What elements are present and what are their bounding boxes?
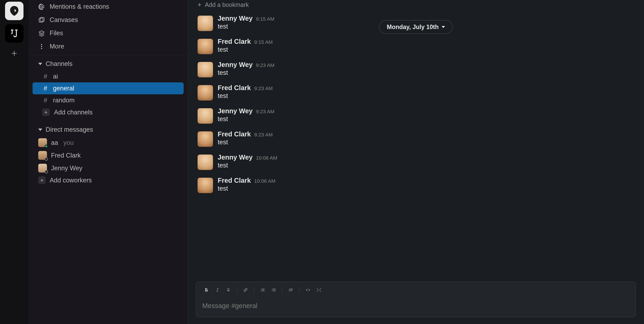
code-block-icon [316,287,322,292]
channel-label: random [53,97,75,104]
toolbar-separator [282,286,282,293]
message-text: test [218,69,274,76]
avatar [198,108,213,124]
message-author[interactable]: Jenny Wey [218,154,252,161]
message-time: 9:23 AM [256,109,274,114]
channels-section-header[interactable]: Channels [28,57,188,71]
files-icon [38,30,45,37]
message[interactable]: Jenny Wey10:06 AMtest [198,150,644,173]
message-author[interactable]: Fred Clark [218,177,251,184]
message-text: test [218,162,277,169]
message-composer[interactable]: Message #general [196,281,636,317]
ordered-list-button[interactable] [258,285,268,295]
message[interactable]: Jenny Wey9:23 AMtest [198,58,644,81]
message-text: test [218,115,274,123]
more-label: More [50,43,64,50]
mentions-reactions-link[interactable]: Mentions & reactions [28,0,188,13]
svg-point-7 [272,291,272,291]
message-time: 9:23 AM [254,132,273,138]
avatar [198,155,213,170]
message-time: 10:06 AM [256,155,277,161]
workspace-2-button[interactable] [5,24,24,43]
message[interactable]: Fred Clark9:23 AMtest [198,81,644,104]
bold-button[interactable] [201,285,211,295]
message[interactable]: Jenny Wey9:23 AMtest [198,104,644,127]
add-bookmark-button[interactable]: + Add a bookmark [188,0,644,11]
message[interactable]: Fred Clark9:23 AMtest [198,127,644,150]
message-text: test [218,139,273,146]
canvases-link[interactable]: Canvases [28,13,188,27]
main-panel: + Add a bookmark Monday, July 10th Jenny… [188,0,644,324]
avatar [38,151,47,160]
message-header: Jenny Wey9:23 AM [218,107,274,115]
dm-jenny-wey[interactable]: Jenny Wey [28,162,188,174]
message-author[interactable]: Jenny Wey [218,15,252,22]
channel-random[interactable]: #random [32,94,184,106]
files-link[interactable]: Files [28,27,188,40]
code-icon [306,287,310,292]
sidebar: Mentions & reactions Canvases Files More… [28,0,188,324]
svg-point-4 [41,48,42,49]
message[interactable]: Fred Clark10:06 AMtest [198,173,644,196]
link-button[interactable] [240,285,250,295]
message-body: Jenny Wey9:23 AMtest [218,107,274,124]
message-author[interactable]: Fred Clark [218,84,251,92]
dms-header-label: Direct messages [46,126,93,133]
format-toolbar [196,282,636,298]
workspace-1-button[interactable] [5,2,24,20]
svg-point-2 [41,44,42,45]
message-text: test [218,23,274,30]
add-coworkers-button[interactable]: + Add coworkers [28,174,188,186]
message-author[interactable]: Fred Clark [218,38,251,45]
dm-label: aa [51,139,58,146]
dms-section-header[interactable]: Direct messages [28,123,188,136]
add-workspace-button[interactable] [8,47,21,60]
strikethrough-button[interactable] [224,285,234,295]
more-link[interactable]: More [28,40,188,53]
avatar [38,138,47,147]
message-header: Fred Clark9:23 AM [218,130,273,138]
channel-general[interactable]: #general [32,82,184,94]
mentions-label: Mentions & reactions [50,3,109,10]
blockquote-button[interactable] [286,285,296,295]
svg-point-3 [41,46,42,47]
chevron-down-icon [442,26,445,28]
message-body: Fred Clark9:23 AMtest [218,130,273,147]
dm-aa[interactable]: aayou [28,136,188,149]
message-author[interactable]: Fred Clark [218,130,251,138]
channel-ai[interactable]: #ai [32,71,184,82]
code-button[interactable] [303,285,313,295]
code-block-button[interactable] [314,285,324,295]
message-author[interactable]: Jenny Wey [218,107,252,115]
date-divider-pill[interactable]: Monday, July 10th [379,20,453,34]
avatar [198,39,213,54]
avatar [198,85,213,101]
message-header: Jenny Wey9:15 AM [218,15,274,22]
message-author[interactable]: Jenny Wey [218,61,252,69]
link-icon [243,287,248,292]
message-header: Fred Clark10:06 AM [218,177,276,184]
channel-label: general [53,85,74,92]
add-channels-button[interactable]: + Add channels [32,106,184,118]
canvases-icon [38,17,45,23]
message-body: Fred Clark9:15 AMtest [218,38,273,54]
italic-button[interactable] [212,285,222,295]
bold-icon [204,287,209,292]
avatar [198,16,213,31]
dm-label: Fred Clark [51,152,81,159]
canvases-label: Canvases [50,16,78,24]
dm-fred-clark[interactable]: Fred Clark [28,149,188,162]
caret-down-icon [38,63,42,65]
message-text: test [218,92,273,100]
message-list: Jenny Wey9:15 AMtestFred Clark9:15 AMtes… [188,11,644,281]
bullet-list-button[interactable] [269,285,279,295]
message[interactable]: Fred Clark9:15 AMtest [198,34,644,58]
message-body: Jenny Wey9:23 AMtest [218,61,274,77]
bullet-list-icon [271,287,276,292]
message-header: Jenny Wey10:06 AM [218,154,277,161]
message-body: Jenny Wey9:15 AMtest [218,15,274,31]
message-input[interactable]: Message #general [196,298,636,317]
message-header: Fred Clark9:15 AM [218,38,273,45]
message-header: Jenny Wey9:23 AM [218,61,274,69]
message-time: 9:15 AM [256,16,274,22]
